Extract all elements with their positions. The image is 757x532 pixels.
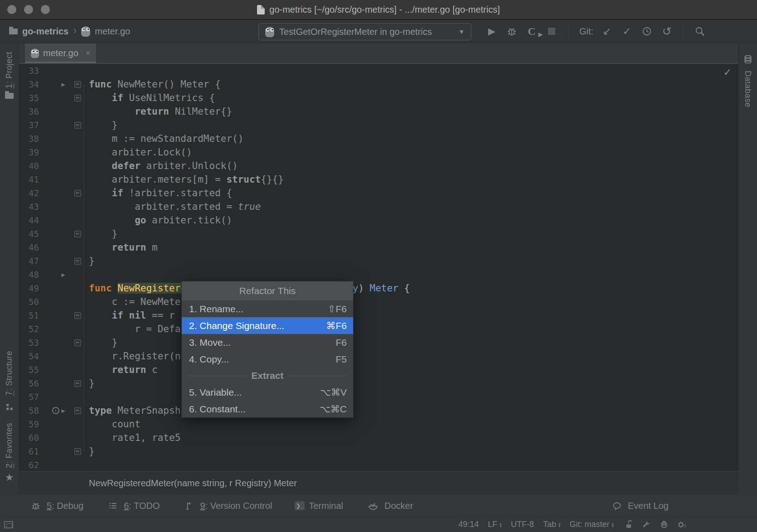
line-number: 50 <box>19 295 39 309</box>
run-configuration-select[interactable]: TestGetOrRegisterMeter in go-metrics ▼ <box>258 23 471 40</box>
breadcrumb-project[interactable]: go-metrics <box>22 26 68 37</box>
fold-column: − <box>66 91 89 105</box>
minimize-window-button[interactable] <box>24 5 33 14</box>
search-icon[interactable] <box>693 24 707 39</box>
breadcrumb-file[interactable]: meter.go <box>95 26 130 37</box>
toolbar-actions: ▶CGit:↙✓↺ <box>485 20 707 43</box>
shortcut-label: ⌥⌘C <box>320 404 347 415</box>
fold-marker[interactable]: − <box>74 231 81 237</box>
code-line: 53− } <box>19 336 738 349</box>
fold-column <box>66 213 89 227</box>
stripe-button-structure[interactable]: 7: Structure <box>3 351 16 414</box>
override-gutter-icon[interactable]: ↑ <box>52 407 59 414</box>
refactor-this-popup: Refactor This 1. Rename...⇧F62. Change S… <box>181 281 354 418</box>
gear-help-icon[interactable]: ? <box>676 519 688 531</box>
menu-item-constant[interactable]: 6. Constant...⌥⌘C <box>182 401 353 417</box>
fold-marker[interactable]: − <box>74 407 81 414</box>
status-49[interactable]: 49:14 <box>458 520 479 529</box>
version-branch-icon <box>182 499 196 513</box>
status-tab[interactable]: Tab▴▾ <box>543 520 561 529</box>
gutter-marks <box>39 377 66 390</box>
tool-window-switcher-icon[interactable] <box>4 521 13 528</box>
inspection-status-icon[interactable]: ✓ <box>723 67 732 78</box>
menu-item-change-signature[interactable]: 2. Change Signature...⌘F6 <box>182 317 353 334</box>
menu-item-move[interactable]: 3. Move...F6 <box>182 334 353 351</box>
shortcut-label: F5 <box>335 354 347 365</box>
terminal-icon: ❯_ <box>295 501 305 510</box>
code-editor[interactable]: 3334▶−func NewMeter() Meter {35− if UseN… <box>19 64 738 471</box>
coverage-icon[interactable]: C <box>524 24 539 39</box>
code-text: if UseNilMetrics { <box>89 91 215 105</box>
fold-column <box>66 241 89 254</box>
line-number: 35 <box>19 91 39 105</box>
stop-icon[interactable] <box>544 24 559 39</box>
toolwindow-button-control[interactable]: 9: Version Control <box>182 499 272 513</box>
stripe-button-favorites[interactable]: 2: Favorites★ <box>5 423 14 483</box>
menu-item-rename[interactable]: 1. Rename...⇧F6 <box>182 300 353 317</box>
fold-column <box>66 281 89 295</box>
gutter-marks: ▶ <box>39 268 66 281</box>
menu-item-variable[interactable]: 5. Variable...⌥⌘V <box>182 384 353 401</box>
fold-column <box>66 295 89 309</box>
context-bar: NewRegisteredMeter(name string, r Regist… <box>19 471 738 495</box>
status-icons: ? <box>623 519 688 531</box>
fold-marker[interactable]: − <box>74 312 81 319</box>
fold-marker[interactable]: − <box>74 95 81 102</box>
code-line: 46 return m <box>19 241 738 254</box>
toolwindow-button-docker[interactable]: Docker <box>366 498 413 513</box>
code-text: r.Register(n <box>89 349 180 363</box>
code-line: 45− } <box>19 227 738 241</box>
fold-marker[interactable]: − <box>74 122 81 129</box>
close-tab-icon[interactable]: × <box>86 48 91 58</box>
window-title: go-metrics [~/go/src/go-metrics] - .../m… <box>269 5 500 15</box>
fold-marker[interactable]: − <box>74 448 81 455</box>
toolwindow-button-todo[interactable]: 6: TODO <box>106 499 160 513</box>
tab-meter-go[interactable]: meter.go × <box>25 44 96 63</box>
run-gutter-icon[interactable]: ▶ <box>62 268 65 281</box>
stripe-label: 2: Favorites <box>5 423 14 468</box>
fold-marker[interactable]: − <box>74 81 81 88</box>
fold-marker[interactable]: − <box>74 339 81 346</box>
history-clock-icon[interactable] <box>640 24 654 39</box>
zoom-window-button[interactable] <box>41 5 50 14</box>
line-number: 55 <box>19 363 39 377</box>
status-lf[interactable]: LF▴▾ <box>488 520 502 529</box>
gutter-marks <box>39 118 66 132</box>
toolwindow-label: 5: Debug <box>47 501 83 511</box>
gutter-marks <box>39 105 66 118</box>
event-log-bubble-icon <box>610 499 624 513</box>
debug-icon[interactable] <box>505 24 519 39</box>
hector-icon[interactable] <box>658 519 670 531</box>
toolwindow-button-debug[interactable]: 5: Debug <box>29 499 83 513</box>
git-commit-icon[interactable]: ✓ <box>620 24 634 39</box>
run-play-icon[interactable]: ▶ <box>485 24 499 39</box>
stripe-button-database[interactable]: Database <box>741 53 755 107</box>
menu-item-copy[interactable]: 4. Copy...F5 <box>182 351 353 368</box>
wrench-icon[interactable] <box>641 519 652 531</box>
line-number: 61 <box>19 445 39 458</box>
status-git[interactable]: Git: master▴▾ <box>569 520 614 529</box>
code-text: } <box>89 118 117 132</box>
stripe-button-project[interactable]: 1: Project <box>5 52 14 99</box>
fold-column <box>66 268 89 281</box>
toolwindow-button-terminal[interactable]: ❯_Terminal <box>295 501 343 511</box>
code-lines: 3334▶−func NewMeter() Meter {35− if UseN… <box>19 64 738 471</box>
revert-icon[interactable]: ↺ <box>660 24 674 39</box>
run-gutter-icon[interactable]: ▶ <box>62 77 65 91</box>
code-text: c := NewMete <box>89 295 180 309</box>
gutter-marks <box>39 309 66 322</box>
run-gutter-icon[interactable]: ▶ <box>62 404 65 417</box>
fold-marker[interactable]: − <box>74 258 81 265</box>
gutter-marks <box>39 295 66 309</box>
fold-column: − <box>66 377 89 390</box>
status-utf-8[interactable]: UTF-8 <box>511 520 534 529</box>
right-tool-stripe: Database <box>738 44 757 495</box>
unlock-icon[interactable] <box>623 519 635 531</box>
event-log-button[interactable]: Event Log <box>610 499 669 513</box>
fold-marker[interactable]: − <box>74 380 81 387</box>
close-window-button[interactable] <box>7 5 16 14</box>
git-update-icon[interactable]: ↙ <box>600 24 614 39</box>
line-number: 51 <box>19 309 39 322</box>
fold-marker[interactable]: − <box>74 190 81 197</box>
fold-column <box>66 159 89 173</box>
